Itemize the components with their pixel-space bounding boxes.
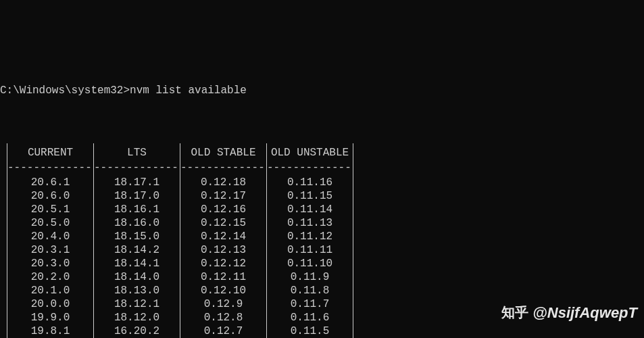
table-row: 19.9.0 xyxy=(7,311,93,324)
table-row: 18.16.1 xyxy=(94,203,180,216)
table-row: 0.11.7 xyxy=(267,297,353,311)
table-row: 0.11.13 xyxy=(267,216,353,230)
column-lts: LTS--------------18.17.118.17.018.16.118… xyxy=(94,143,180,338)
watermark-handle: @NsijfAqwepT xyxy=(532,304,637,322)
table-row: 0.12.7 xyxy=(180,324,266,338)
table-row: 0.11.15 xyxy=(267,189,353,203)
column-header: LTS xyxy=(94,143,180,161)
table-row: 20.6.0 xyxy=(7,189,93,203)
table-row: 19.8.1 xyxy=(7,324,93,338)
table-row: 20.3.0 xyxy=(7,257,93,270)
table-row: 20.1.0 xyxy=(7,284,93,297)
table-row: 0.11.5 xyxy=(267,324,353,338)
table-row: 0.11.9 xyxy=(267,270,353,284)
table-row: 16.20.2 xyxy=(94,324,180,338)
table-row: 20.5.1 xyxy=(7,203,93,216)
column-divider: -------------- xyxy=(7,161,93,174)
table-row: 0.12.14 xyxy=(180,230,266,243)
column-divider: -------------- xyxy=(267,161,353,174)
table-row: 0.12.10 xyxy=(180,284,266,297)
prompt-line: C:\Windows\system32>nvm list available xyxy=(0,84,644,97)
table-row: 0.12.18 xyxy=(180,176,266,189)
table-row: 0.11.10 xyxy=(267,257,353,270)
table-row: 18.17.0 xyxy=(94,189,180,203)
table-row: 20.5.0 xyxy=(7,216,93,230)
table-row: 0.11.8 xyxy=(267,284,353,297)
prompt-cwd: C:\Windows\system32> xyxy=(0,84,130,97)
table-row: 18.13.0 xyxy=(94,284,180,297)
table-row: 0.11.16 xyxy=(267,176,353,189)
table-row: 18.12.1 xyxy=(94,297,180,311)
table-row: 0.11.14 xyxy=(267,203,353,216)
table-row: 0.11.6 xyxy=(267,311,353,324)
column-current: CURRENT--------------20.6.120.6.020.5.12… xyxy=(7,143,94,338)
table-row: 0.12.15 xyxy=(180,216,266,230)
prompt-command[interactable]: nvm list available xyxy=(130,84,247,97)
column-header: OLD UNSTABLE xyxy=(267,143,353,161)
table-row: 0.12.11 xyxy=(180,270,266,284)
table-row: 18.12.0 xyxy=(94,311,180,324)
column-header: CURRENT xyxy=(7,143,93,161)
column-old-stable: OLD STABLE--------------0.12.180.12.170.… xyxy=(180,143,267,338)
table-row: 18.15.0 xyxy=(94,230,180,243)
table-row: 0.12.8 xyxy=(180,311,266,324)
table-row: 0.12.13 xyxy=(180,243,266,257)
table-row: 0.12.9 xyxy=(180,297,266,311)
table-row: 20.6.1 xyxy=(7,176,93,189)
table-row: 0.12.17 xyxy=(180,189,266,203)
table-row: 20.4.0 xyxy=(7,230,93,243)
column-divider: -------------- xyxy=(94,161,180,174)
table-row: 18.17.1 xyxy=(94,176,180,189)
table-row: 18.14.2 xyxy=(94,243,180,257)
table-row: 18.16.0 xyxy=(94,216,180,230)
table-row: 20.2.0 xyxy=(7,270,93,284)
watermark: 知乎 @NsijfAqwepT xyxy=(501,304,637,322)
table-row: 18.14.0 xyxy=(94,270,180,284)
column-header: OLD STABLE xyxy=(180,143,266,161)
column-old-unstable: OLD UNSTABLE--------------0.11.160.11.15… xyxy=(267,143,353,338)
table-row: 18.14.1 xyxy=(94,257,180,270)
column-divider: -------------- xyxy=(180,161,266,174)
table-row: 20.0.0 xyxy=(7,297,93,311)
table-row: 0.12.12 xyxy=(180,257,266,270)
table-row: 20.3.1 xyxy=(7,243,93,257)
table-row: 0.11.12 xyxy=(267,230,353,243)
watermark-logo: 知乎 xyxy=(501,304,528,321)
table-row: 0.12.16 xyxy=(180,203,266,216)
table-row: 0.11.11 xyxy=(267,243,353,257)
terminal-window: C:\Windows\system32>nvm list available C… xyxy=(0,54,644,338)
